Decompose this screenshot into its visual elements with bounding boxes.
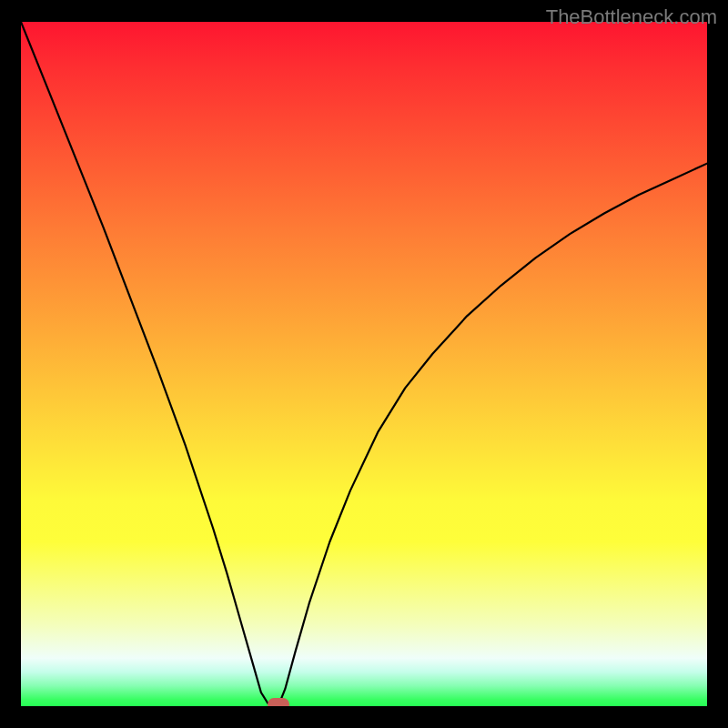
watermark-text: TheBottleneck.com [546, 5, 717, 29]
bottleneck-marker-icon [268, 698, 289, 706]
chart-frame [21, 22, 707, 706]
chart-curve [21, 22, 707, 706]
